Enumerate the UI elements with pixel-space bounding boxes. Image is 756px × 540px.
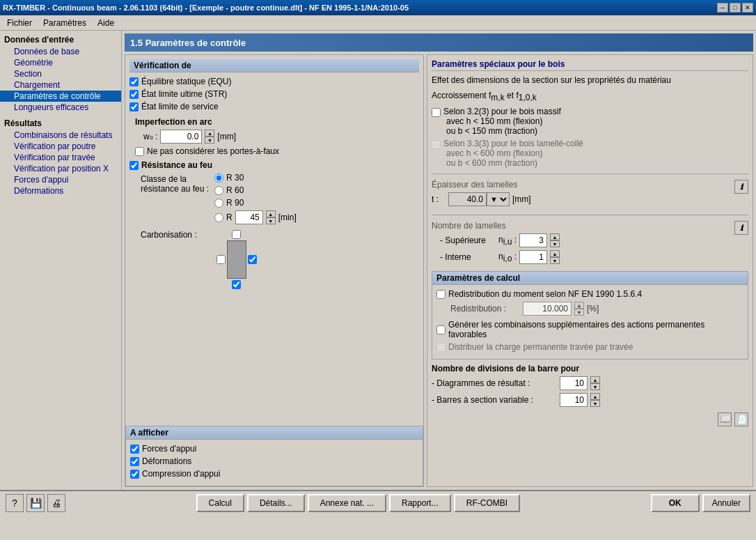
- calc-params-title: Paramètres de calcul: [432, 272, 748, 285]
- t-dropdown[interactable]: ▼: [487, 192, 510, 206]
- diagrammes-input[interactable]: [560, 376, 588, 390]
- right-panel-content: Paramètres spéciaux pour le bois Effet d…: [427, 55, 753, 486]
- info-btn-lamelles[interactable]: ℹ: [734, 221, 748, 235]
- carbon-rect: [227, 240, 246, 279]
- menu-aide[interactable]: Aide: [92, 17, 120, 29]
- barres-spin-down[interactable]: ▼: [590, 400, 600, 407]
- sidebar-item-longueurs-efficaces[interactable]: Longueurs efficaces: [0, 102, 121, 113]
- sidebar-item-forces-appui[interactable]: Forces d'appui: [0, 174, 121, 185]
- carbon-right-checkbox[interactable]: [248, 255, 257, 264]
- check-forces-row: Forces d'appui: [130, 444, 418, 454]
- maximize-button[interactable]: □: [730, 3, 741, 13]
- icon-btn-1[interactable]: ?: [6, 494, 24, 512]
- t-input[interactable]: [448, 192, 487, 206]
- details-button[interactable]: Détails...: [247, 494, 305, 512]
- check-bois-massif[interactable]: [432, 108, 441, 117]
- annexe-button[interactable]: Annexe nat. ...: [308, 494, 386, 512]
- page-title: 1.5 Paramètres de contrôle: [125, 33, 753, 52]
- sidebar-item-parametres-controle[interactable]: Paramètres de contrôle: [0, 91, 121, 102]
- ok-button[interactable]: OK: [651, 494, 700, 512]
- check1-label: Selon 3.2(3) pour le bois massif: [443, 107, 561, 116]
- check-bois-lamelle[interactable]: [432, 140, 441, 149]
- superieure-spin-down[interactable]: ▼: [550, 240, 560, 247]
- annuler-button[interactable]: Annuler: [702, 494, 750, 512]
- wo-input[interactable]: [160, 130, 202, 144]
- check-equilibre[interactable]: [129, 77, 139, 86]
- superieure-spin-up[interactable]: ▲: [550, 233, 560, 240]
- sidebar-item-verif-travee[interactable]: Vérification par travée: [0, 152, 121, 163]
- check-porte-faux[interactable]: [135, 147, 144, 156]
- imperfection-section: Imperfection en arc w₀ : ▲ ▼ [mm]: [135, 117, 419, 156]
- bottom-icon1[interactable]: 📖: [718, 412, 732, 426]
- barres-label: - Barres à section variable :: [432, 395, 557, 405]
- menu-fichier[interactable]: Fichier: [1, 17, 38, 29]
- redistribution-input[interactable]: [523, 302, 572, 316]
- rfcombi-button[interactable]: RF-COMBI: [454, 494, 520, 512]
- check-compression[interactable]: [130, 470, 139, 479]
- redistribution-spin-down[interactable]: ▼: [574, 309, 584, 316]
- check-resistance[interactable]: [129, 161, 139, 170]
- diagrammes-spin-down[interactable]: ▼: [590, 383, 600, 390]
- close-button[interactable]: ✕: [742, 3, 753, 13]
- interne-spin-down[interactable]: ▼: [550, 257, 560, 264]
- interne-spin-up[interactable]: ▲: [550, 250, 560, 257]
- interne-input[interactable]: [519, 250, 547, 264]
- accroissement-label: Accroissement fm,k et f1,0,k: [432, 91, 537, 100]
- sidebar-item-verif-poutre[interactable]: Vérification par poutre: [0, 141, 121, 152]
- calcul-button[interactable]: Calcul: [196, 494, 244, 512]
- check-equilibre-label: Équilibre statique (EQU): [141, 77, 231, 86]
- radio-r30[interactable]: [214, 173, 223, 183]
- menu-parametres[interactable]: Paramètres: [38, 17, 92, 29]
- radio-r90-label: R 90: [226, 198, 244, 208]
- diagrammes-spinner: ▲ ▼: [590, 376, 600, 390]
- sidebar-item-combinaisons[interactable]: Combinaisons de résultats: [0, 130, 121, 141]
- rapport-button[interactable]: Rapport...: [389, 494, 451, 512]
- radio-r60[interactable]: [214, 186, 223, 195]
- sidebar-item-section[interactable]: Section: [0, 68, 121, 79]
- redistribution-field-label: Redistribution :: [450, 304, 520, 314]
- sidebar-item-verif-position[interactable]: Vérification par position X: [0, 163, 121, 174]
- icon-btn-3[interactable]: 🖨: [47, 494, 65, 512]
- diagrammes-spin-up[interactable]: ▲: [590, 376, 600, 383]
- bottom-icon2[interactable]: 📄: [734, 412, 748, 426]
- sidebar-item-deformations[interactable]: Déformations: [0, 185, 121, 196]
- sidebar-item-donnees-base[interactable]: Données de base: [0, 46, 121, 57]
- check-deformations[interactable]: [130, 457, 139, 466]
- redistribution-spin-up[interactable]: ▲: [574, 302, 584, 309]
- barres-spin-up[interactable]: ▲: [590, 393, 600, 400]
- lamelles-content: Nombre de lamelles - Supérieure ni,u : ▲…: [432, 221, 560, 267]
- wo-spin-down[interactable]: ▼: [205, 137, 214, 144]
- check-etat-service[interactable]: [129, 102, 139, 111]
- check-forces[interactable]: [130, 445, 139, 454]
- r-spin-up[interactable]: ▲: [266, 210, 276, 217]
- carbon-bottom-checkbox[interactable]: [232, 280, 241, 289]
- superieure-label: - Supérieure: [440, 236, 496, 245]
- superieure-input[interactable]: [519, 233, 547, 247]
- carbon-top-checkbox[interactable]: [232, 230, 241, 239]
- sidebar-item-geometrie[interactable]: Géométrie: [0, 57, 121, 68]
- check2-sub1: avec h < 600 mm (flexion): [443, 148, 583, 158]
- radio-rmin[interactable]: [214, 213, 223, 222]
- epaisseur-section: Épaisseur des lamelles t : ▼ [mm]: [432, 180, 748, 209]
- sidebar-item-chargement[interactable]: Chargement: [0, 79, 121, 91]
- epaisseur-label: Épaisseur des lamelles: [432, 180, 531, 190]
- radio-r90[interactable]: [214, 199, 223, 208]
- radio-r60-label: R 60: [226, 185, 244, 195]
- check-generate[interactable]: [436, 325, 446, 334]
- minimize-button[interactable]: ─: [717, 3, 728, 13]
- carbon-left-checkbox[interactable]: [216, 255, 226, 264]
- r-value-input[interactable]: [235, 210, 263, 224]
- info-btn-epaisseur[interactable]: ℹ: [734, 180, 748, 194]
- epaisseur-row: t : ▼ [mm]: [432, 192, 531, 206]
- check-redistribution[interactable]: [436, 290, 446, 299]
- icon-btn-2[interactable]: 💾: [26, 494, 45, 512]
- r-spin-down[interactable]: ▼: [266, 217, 276, 224]
- check2-row: Selon 3.3(3) pour le bois lamellé-collé …: [432, 139, 748, 168]
- barres-input[interactable]: [560, 393, 588, 407]
- bottom-toolbar: ? 💾 🖨 Calcul Détails... Annexe nat. ... …: [0, 490, 756, 515]
- check-etat-ultime-row: État limite ultime (STR): [129, 89, 419, 99]
- check-etat-ultime[interactable]: [129, 90, 139, 99]
- check-distribute[interactable]: [436, 343, 446, 352]
- wo-spin-up[interactable]: ▲: [205, 130, 214, 137]
- interne-spinner: ▲ ▼: [550, 250, 560, 264]
